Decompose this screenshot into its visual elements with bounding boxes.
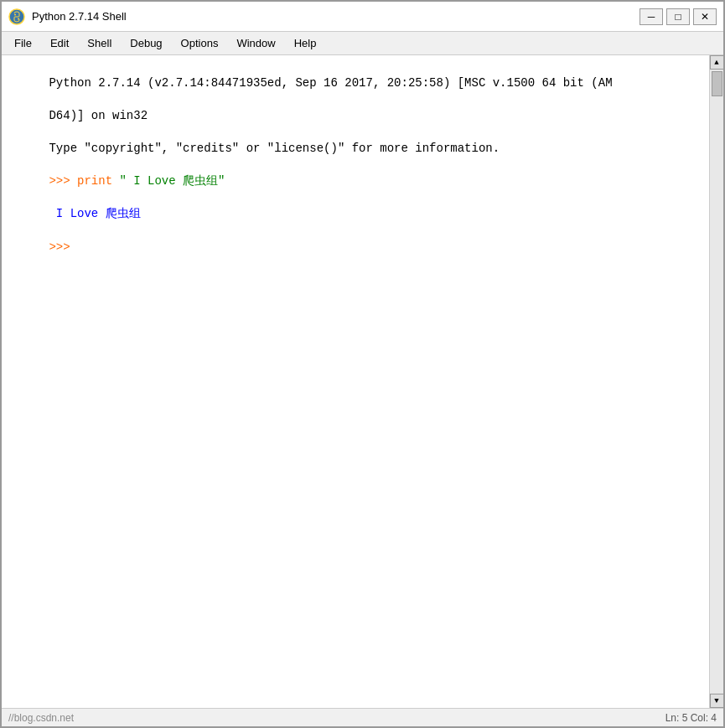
menu-window[interactable]: Window [227, 33, 284, 54]
close-button[interactable]: ✕ [693, 8, 717, 25]
shell-keyword1: print [77, 174, 112, 188]
shell-line2: D64)] on win32 [49, 109, 148, 122]
scroll-track[interactable] [710, 70, 723, 694]
shell-output1: I Love 爬虫组 [49, 207, 140, 220]
scroll-down-button[interactable]: ▼ [710, 694, 724, 708]
shell-line3: Type "copyright", "credits" or "license(… [49, 142, 500, 155]
status-bar: //blog.csdn.net Ln: 5 Col: 4 [2, 708, 723, 726]
window-controls: ─ □ ✕ [640, 8, 717, 25]
menu-help[interactable]: Help [285, 33, 326, 54]
main-window: Python 2.7.14 Shell ─ □ ✕ File Edit Shel… [0, 0, 725, 728]
shell-prompt2: >>> [49, 240, 77, 254]
menu-bar: File Edit Shell Debug Options Window Hel… [2, 32, 723, 55]
position-text: Ln: 5 Col: 4 [665, 712, 717, 724]
shell-string1: " I Love 爬虫组" [112, 174, 225, 188]
app-icon [8, 8, 25, 25]
svg-point-1 [14, 13, 16, 15]
menu-debug[interactable]: Debug [121, 33, 171, 54]
watermark-text: //blog.csdn.net [8, 712, 74, 724]
title-bar: Python 2.7.14 Shell ─ □ ✕ [2, 2, 723, 32]
menu-options[interactable]: Options [172, 33, 228, 54]
maximize-button[interactable]: □ [666, 8, 690, 25]
scroll-up-button[interactable]: ▲ [710, 55, 724, 70]
shell-container: Python 2.7.14 (v2.7.14:84471935ed, Sep 1… [2, 55, 723, 708]
shell-content[interactable]: Python 2.7.14 (v2.7.14:84471935ed, Sep 1… [2, 55, 709, 708]
shell-prompt1: >>> [49, 174, 77, 188]
svg-point-2 [18, 18, 19, 19]
menu-edit[interactable]: Edit [41, 33, 78, 54]
vertical-scrollbar: ▲ ▼ [709, 55, 723, 708]
menu-file[interactable]: File [5, 33, 41, 54]
window-title: Python 2.7.14 Shell [32, 10, 640, 23]
menu-shell[interactable]: Shell [78, 33, 121, 54]
minimize-button[interactable]: ─ [640, 8, 663, 25]
scroll-thumb[interactable] [712, 71, 722, 96]
shell-line1: Python 2.7.14 (v2.7.14:84471935ed, Sep 1… [49, 76, 612, 90]
